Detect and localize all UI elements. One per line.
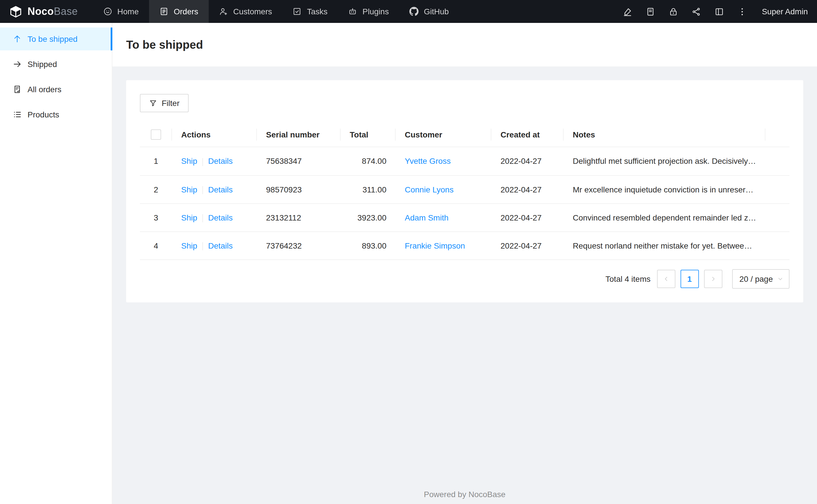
list-icon [13,110,22,119]
column-header-total: Total [341,123,396,147]
row-index: 3 [140,204,172,232]
select-all-checkbox[interactable] [151,130,161,140]
total-cell: 893.00 [341,232,396,260]
notes-cell: Request norland neither mistake for yet.… [563,232,765,260]
sidebar-item-products[interactable]: Products [0,103,112,126]
logo-text-primary: Noco [27,5,54,17]
customer-link[interactable]: Adam Smith [405,213,449,222]
filter-button[interactable]: Filter [140,94,188,112]
check-square-icon [293,7,302,16]
orders-table: Actions Serial number Total Customer Cre… [140,123,790,260]
column-header-customer: Customer [396,123,491,147]
robot-icon [348,7,358,16]
nav-item-label: Plugins [363,7,389,16]
spacer-cell [765,147,790,176]
action-divider [202,186,203,194]
total-cell: 3923.00 [341,204,396,232]
notes-cell: Mr excellence inquietude conviction is i… [563,175,765,204]
column-header-actions: Actions [172,123,257,147]
pagination: Total 4 items 1 20 / page [140,269,790,289]
sidebar-item-to-be-shipped[interactable]: To be shipped [0,27,112,50]
current-user[interactable]: Super Admin [754,7,810,16]
created-at-cell: 2022-04-27 [491,232,563,260]
sidebar-item-label: Products [27,110,59,119]
customer-link[interactable]: Yvette Gross [405,157,451,166]
more-button[interactable] [731,0,754,23]
chevron-left-icon [663,276,669,283]
ship-link[interactable]: Ship [181,241,197,250]
main-content: To be shipped Filter Actions [112,23,817,504]
permissions-button[interactable] [662,0,685,23]
page-header: To be shipped [112,23,817,66]
column-header-notes: Notes [563,123,765,147]
nav-item-home[interactable]: Home [93,0,149,23]
nav-item-github[interactable]: GitHub [399,0,459,23]
layout-button[interactable] [708,0,731,23]
next-page-button[interactable] [704,270,722,288]
nav-item-label: GitHub [424,7,449,16]
arrow-right-icon [13,60,22,69]
nav-item-customers[interactable]: Customers [209,0,282,23]
topbar-actions: Super Admin [616,0,817,23]
sidebar-item-shipped[interactable]: Shipped [0,53,112,76]
ui-editor-button[interactable] [616,0,639,23]
footer-text: Powered by NocoBase [424,490,506,499]
notes-cell: Delightful met sufficient projection ask… [563,147,765,176]
collaboration-button[interactable] [685,0,708,23]
ship-link[interactable]: Ship [181,157,197,166]
serial-number-cell: 23132112 [257,204,341,232]
docs-button[interactable] [639,0,662,23]
ship-link[interactable]: Ship [181,213,197,222]
nocobase-logo[interactable]: NocoBase [0,0,87,23]
prev-page-button[interactable] [657,270,675,288]
created-at-cell: 2022-04-27 [491,147,563,176]
powered-by-footer: Powered by NocoBase [112,490,817,499]
orders-icon [159,7,168,16]
created-at-cell: 2022-04-27 [491,175,563,204]
nav-item-label: Orders [174,7,198,16]
details-link[interactable]: Details [208,213,233,222]
logo-text-secondary: Base [54,5,78,17]
sidebar-item-label: All orders [27,85,61,94]
details-link[interactable]: Details [208,241,233,250]
spacer-cell [765,204,790,232]
chevron-down-icon [777,276,784,283]
highlighter-icon [623,7,633,16]
table-row: 3 ShipDetails 23132112 3923.00 Adam Smit… [140,204,790,232]
ship-link[interactable]: Ship [181,185,197,194]
customer-link[interactable]: Frankie Simpson [405,241,465,251]
sidebar-item-label: To be shipped [27,34,77,44]
table-row: 2 ShipDetails 98570923 311.00 Connie Lyo… [140,175,790,204]
top-navigation-bar: NocoBase Home Orders Customers Tasks Plu… [0,0,817,23]
layout-icon [715,7,724,16]
serial-number-cell: 75638347 [257,147,341,176]
customer-link[interactable]: Connie Lyons [405,185,453,194]
details-link[interactable]: Details [208,185,233,194]
table-row: 1 ShipDetails 75638347 874.00 Yvette Gro… [140,147,790,176]
nocobase-logo-icon [9,5,22,18]
customer-cell: Frankie Simpson [396,232,491,260]
actions-cell: ShipDetails [172,232,257,260]
lock-icon [669,7,679,16]
nav-item-plugins[interactable]: Plugins [338,0,399,23]
filter-button-label: Filter [162,99,179,108]
serial-number-cell: 73764232 [257,232,341,260]
actions-cell: ShipDetails [172,204,257,232]
nav-item-tasks[interactable]: Tasks [282,0,338,23]
customer-cell: Yvette Gross [396,147,491,176]
pagination-total: Total 4 items [605,275,651,284]
action-divider [202,214,203,222]
sidebar-item-all-orders[interactable]: All orders [0,78,112,101]
notes-cell: Convinced resembled dependent remainder … [563,204,765,232]
page-size-select[interactable]: 20 / page [732,269,790,289]
spacer-cell [765,232,790,260]
created-at-cell: 2022-04-27 [491,204,563,232]
details-link[interactable]: Details [208,157,233,166]
page-1-button[interactable]: 1 [680,270,699,288]
nav-item-orders[interactable]: Orders [149,0,209,23]
row-index: 4 [140,232,172,260]
chevron-right-icon [710,276,716,283]
row-index: 1 [140,147,172,176]
spacer-cell [765,175,790,204]
actions-cell: ShipDetails [172,147,257,176]
